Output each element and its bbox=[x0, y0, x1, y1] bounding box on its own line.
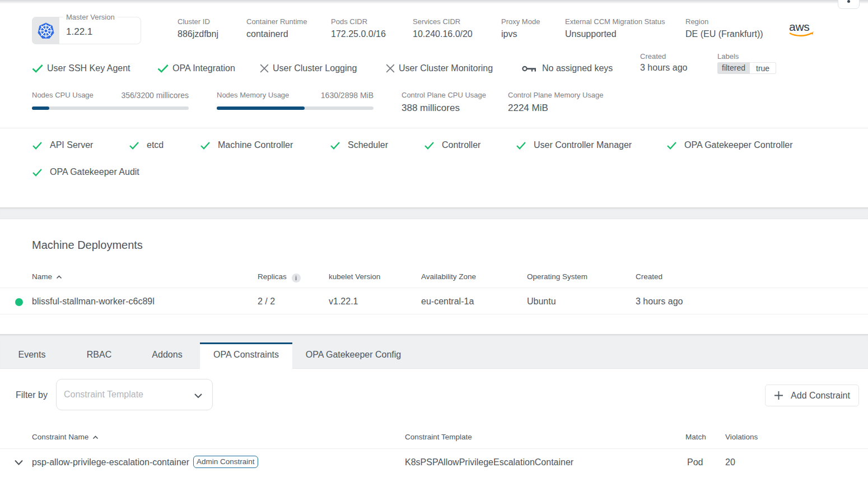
svg-text:aws: aws bbox=[789, 20, 809, 33]
